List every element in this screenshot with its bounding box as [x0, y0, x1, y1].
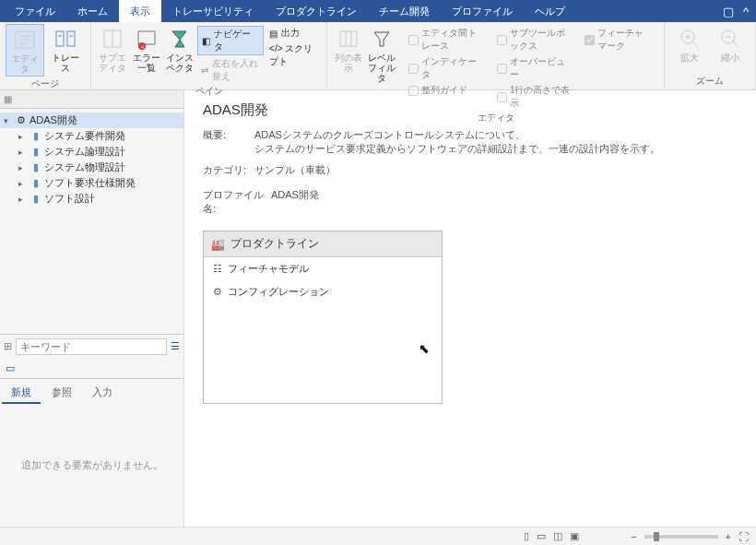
inspector-button[interactable]: インスペクタ	[164, 24, 195, 75]
search-scope-icon[interactable]: ⊞	[4, 340, 12, 352]
profile-label: プロファイル名:	[203, 188, 271, 216]
tree-item-1[interactable]: ▸▮システム論理設計	[0, 144, 183, 160]
trace-icon	[53, 26, 78, 52]
zoom-minus[interactable]: −	[631, 531, 636, 542]
inspector-icon	[167, 26, 193, 52]
tree-item-2[interactable]: ▸▮システム物理設計	[0, 160, 183, 175]
menu-profile[interactable]: プロファイル	[441, 0, 524, 22]
tree-tab-icon[interactable]: ▦	[4, 94, 12, 104]
group-zoom-label: ズーム	[670, 74, 750, 89]
tree-root-label: ADAS開発	[30, 113, 77, 127]
productline-title: プロダクトライン	[230, 236, 319, 252]
view-mode-1-icon[interactable]: ▯	[524, 530, 529, 542]
featuremodel-label: フィーチャモデル	[228, 262, 309, 276]
chk-featuremark[interactable]: フィーチャマーク	[583, 26, 655, 53]
zoomout-button[interactable]: 縮小	[711, 24, 750, 65]
script-button[interactable]: </> スクリプト	[266, 41, 321, 69]
zoomin-button[interactable]: 拡大	[670, 24, 709, 65]
menu-traceability[interactable]: トレーサビリティ	[161, 0, 265, 22]
menu-productline[interactable]: プロダクトライン	[265, 0, 368, 22]
output-button[interactable]: ▤ 出力	[266, 26, 321, 41]
twisty-icon[interactable]: ▸	[18, 195, 28, 204]
productline-box: 🏭 プロダクトライン ☷ フィーチャモデル ⚙ コンフィグレーション	[203, 231, 443, 404]
script-label: </> スクリプト	[269, 42, 317, 68]
panel-icon[interactable]: ▭	[6, 362, 15, 373]
levelfilter-button[interactable]: レベルフィルタ	[366, 24, 397, 85]
overview-line1: ADASシステムのクルーズコントロールシステムについて、	[254, 128, 660, 142]
search-input[interactable]	[16, 338, 167, 355]
menu-home[interactable]: ホーム	[66, 0, 119, 22]
collapse-ribbon-icon[interactable]: ^	[743, 5, 749, 18]
twisty-icon[interactable]: ▸	[18, 179, 28, 188]
subeditor-button[interactable]: サブエディタ	[97, 24, 128, 75]
folder-icon: ▮	[30, 194, 42, 205]
svg-rect-13	[340, 31, 357, 46]
menu-help[interactable]: ヘルプ	[524, 0, 576, 22]
twisty-icon[interactable]: ▸	[18, 132, 28, 141]
errors-button[interactable]: ✕ エラー一覧	[130, 24, 161, 75]
search-options-icon[interactable]: ☰	[171, 340, 180, 352]
tree-item-0[interactable]: ▸▮システム要件開発	[0, 128, 183, 144]
swap-icon: ⇄	[201, 65, 208, 76]
folder-icon: ▮	[30, 178, 42, 189]
tab-input[interactable]: 入力	[83, 383, 122, 404]
svg-line-17	[692, 41, 698, 47]
bottom-panel-body: 追加できる要素がありません。	[0, 404, 183, 527]
tab-ref[interactable]: 参照	[42, 383, 81, 404]
svg-rect-4	[56, 31, 64, 46]
chk-editortrace[interactable]: エディタ間トレース	[407, 26, 486, 53]
cursor-icon: ⬉	[419, 341, 430, 356]
monitor-icon[interactable]: ▢	[723, 5, 734, 18]
zoomin-label: 拡大	[680, 53, 699, 63]
errors-icon: ✕	[134, 26, 159, 52]
featuremodel-item[interactable]: ☷ フィーチャモデル	[204, 257, 442, 280]
output-icon: ▤	[269, 29, 278, 39]
chk-subtoolbox[interactable]: サブツールボックス	[495, 26, 574, 53]
twisty-icon[interactable]: ▾	[4, 116, 13, 125]
zoom-plus[interactable]: +	[726, 531, 731, 542]
tree-item-4[interactable]: ▸▮ソフト設計	[0, 191, 183, 207]
productline-header: 🏭 プロダクトライン	[204, 231, 442, 257]
page-title: ADAS開発	[203, 101, 738, 119]
svg-text:✕: ✕	[139, 44, 144, 50]
menu-team[interactable]: チーム開発	[368, 0, 441, 22]
fullscreen-icon[interactable]: ⛶	[738, 531, 749, 542]
view-mode-4-icon[interactable]: ▣	[570, 530, 579, 542]
view-mode-2-icon[interactable]: ▭	[537, 530, 546, 542]
configuration-item[interactable]: ⚙ コンフィグレーション	[204, 280, 442, 303]
zoom-slider[interactable]	[644, 535, 718, 539]
columns-button[interactable]: 列の表示	[333, 24, 364, 75]
output-label: 出力	[281, 27, 300, 40]
category-value: サンプル（車載）	[254, 163, 336, 177]
zoomout-label: 縮小	[721, 53, 739, 63]
menu-view[interactable]: 表示	[119, 0, 161, 22]
levelfilter-label: レベルフィルタ	[368, 53, 396, 83]
trace-button[interactable]: トレース	[46, 24, 85, 75]
columns-icon	[336, 26, 361, 52]
chk-indicator[interactable]: インディケータ	[407, 54, 486, 82]
twisty-icon[interactable]: ▸	[18, 163, 28, 172]
chk-overview[interactable]: オーバービュー	[495, 54, 574, 82]
gear-icon: ⚙	[213, 286, 222, 298]
bottom-empty-text: 追加できる要素がありません。	[21, 458, 163, 472]
tree-item-3[interactable]: ▸▮ソフト要求仕様開発	[0, 175, 183, 191]
subeditor-icon	[100, 26, 125, 52]
view-mode-3-icon[interactable]: ◫	[553, 530, 562, 542]
menu-file[interactable]: ファイル	[4, 0, 66, 22]
tree-root[interactable]: ▾ ⚙ ADAS開発	[0, 113, 183, 128]
tree-tab-bar: ▦	[0, 90, 183, 109]
navigator-button[interactable]: ◧ ナビゲータ	[197, 26, 264, 55]
bottom-tab-bar: 新規 参照 入力	[0, 378, 183, 404]
editor-label: エディタ	[8, 53, 41, 74]
factory-icon: 🏭	[211, 238, 225, 251]
tab-new[interactable]: 新規	[2, 383, 41, 404]
twisty-icon[interactable]: ▸	[18, 148, 28, 157]
columns-label: 列の表示	[335, 53, 362, 73]
inspector-label: インスペクタ	[166, 53, 194, 73]
navigator-label: ナビゲータ	[214, 28, 259, 53]
navigator-panel: ▦ ▾ ⚙ ADAS開発 ▸▮システム要件開発 ▸▮システム論理設計 ▸▮システ…	[0, 90, 184, 527]
editor-button[interactable]: エディタ	[6, 24, 44, 77]
folder-icon: ▮	[30, 131, 42, 142]
swap-button[interactable]: ⇄ 左右を入れ替え	[197, 56, 264, 84]
ribbon: エディタ トレース ページ サブエディタ ✕ エラー一覧 インスペクタ	[0, 22, 756, 90]
